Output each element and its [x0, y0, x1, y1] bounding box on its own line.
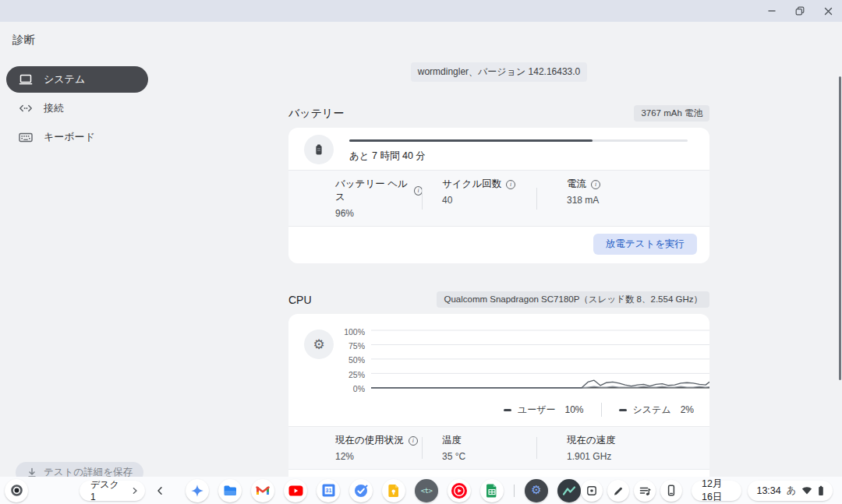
- legend-value: 10%: [565, 404, 584, 415]
- battery-time-remaining: あと 7 時間 40 分: [349, 150, 688, 163]
- tray-phone-hub-button[interactable]: [660, 480, 682, 502]
- sidebar-item-system[interactable]: システム: [6, 66, 148, 93]
- ime-indicator: あ: [787, 484, 796, 497]
- sidebar-item-label: 接続: [44, 101, 64, 115]
- cpu-section-title: CPU: [288, 294, 312, 306]
- sidebar-item-label: システム: [44, 72, 85, 86]
- stat-label: 現在の使用状況: [335, 434, 404, 447]
- cpu-stats-row: 現在の使用状況i 12% 温度 35 °C 現在の速度: [288, 426, 709, 470]
- restore-button[interactable]: [794, 5, 806, 17]
- date-pill[interactable]: 12月16日: [692, 481, 741, 501]
- board-version-chip: wormdingler、バージョン 142.16433.0: [411, 62, 588, 82]
- stat-value: 12%: [335, 451, 423, 462]
- wifi-icon: [801, 486, 812, 495]
- clock-label: 13:34: [756, 485, 780, 496]
- app-diagnostics[interactable]: [557, 479, 581, 502]
- stylus-icon: [613, 485, 624, 496]
- shortcuts-icon: [586, 485, 597, 496]
- title-bar: [0, 0, 842, 22]
- launcher-icon: [10, 484, 23, 497]
- desk-label: デスク 1: [90, 478, 125, 502]
- tray-media-controls-button[interactable]: [634, 480, 656, 502]
- app-gmail[interactable]: [251, 479, 274, 502]
- battery-progress-fill: [349, 139, 593, 142]
- app-calendar[interactable]: 31: [317, 479, 340, 502]
- battery-progress-bar: [349, 139, 688, 142]
- info-icon[interactable]: i: [409, 436, 418, 446]
- legend-swatch-user: [504, 409, 511, 411]
- stat-label: サイクル回数: [442, 178, 501, 191]
- app-keep-note[interactable]: [382, 479, 405, 502]
- ethernet-icon: [19, 102, 33, 115]
- cpu-model-chip: Qualcomm Snapdragon SC7180P（スレッド数 8、2.55…: [437, 291, 709, 308]
- app-youtube-music[interactable]: [448, 479, 471, 502]
- gemini-star-icon: [190, 484, 204, 498]
- cpu-section: CPU Qualcomm Snapdragon SC7180P（スレッド数 8、…: [288, 291, 709, 504]
- minimize-icon: [767, 6, 777, 16]
- app-settings[interactable]: ⚙: [525, 479, 548, 502]
- settings-gear-icon: ⚙: [531, 485, 541, 496]
- stat-label: バッテリー ヘルス: [335, 178, 409, 204]
- text-editor-icon: <t>: [421, 487, 433, 495]
- tray-shortcuts-button[interactable]: [581, 480, 603, 502]
- stat-value: 318 mA: [567, 195, 709, 206]
- stat-value: 35 °C: [442, 451, 537, 462]
- scrollbar[interactable]: [839, 76, 841, 380]
- app-sheets[interactable]: [480, 479, 504, 502]
- y-tick: 0%: [353, 384, 365, 393]
- shelf: デスク 1 31: [0, 477, 842, 504]
- status-tray: 12月16日 13:34 あ: [581, 480, 833, 502]
- chart-y-axis: 100% 75% 50% 25% 0%: [337, 330, 365, 389]
- app-files[interactable]: [218, 479, 242, 502]
- stat-label: 電流: [567, 178, 586, 191]
- phone-icon: [666, 485, 677, 496]
- run-discharge-test-button[interactable]: 放電テストを実行: [593, 234, 697, 255]
- app-gemini[interactable]: [186, 479, 209, 502]
- minimize-button[interactable]: [766, 5, 778, 17]
- chevron-right-icon: [131, 487, 139, 495]
- check-circle-icon: [354, 484, 368, 498]
- system-tray-pill[interactable]: 13:34 あ: [748, 481, 833, 501]
- desk-switcher[interactable]: デスク 1: [80, 481, 145, 501]
- app-tasks-check[interactable]: [349, 479, 373, 502]
- battery-stats-row: バッテリー ヘルスi 96% サイクル回数i 40 電流i: [288, 170, 709, 227]
- app-text-editor[interactable]: <t>: [415, 479, 438, 502]
- launcher-button[interactable]: [5, 479, 28, 502]
- stat-value: 1.901 GHz: [567, 451, 709, 462]
- stat-value: 96%: [335, 208, 423, 219]
- shelf-apps: 31 <t> ⚙: [186, 479, 581, 502]
- battery-icon: [304, 135, 334, 164]
- cpu-usage-chart: 100% 75% 50% 25% 0%: [337, 330, 709, 389]
- sidebar-item-connectivity[interactable]: 接続: [6, 95, 148, 122]
- youtube-icon: [288, 485, 303, 496]
- y-tick: 50%: [348, 355, 365, 365]
- chart-plot: [371, 330, 709, 389]
- info-icon[interactable]: i: [506, 180, 515, 189]
- chart-legend: ユーザー 10% システム 2%: [288, 395, 709, 426]
- stat-label: 温度: [442, 434, 462, 447]
- cpu-icon: ⚙: [304, 330, 334, 359]
- calendar-icon: 31: [322, 484, 335, 497]
- tray-stylus-button[interactable]: [607, 480, 629, 502]
- battery-capacity-chip: 3767 mAh 電池: [634, 105, 709, 122]
- sidebar-item-keyboard[interactable]: キーボード: [6, 124, 148, 150]
- youtube-music-icon: [451, 482, 468, 499]
- battery-status-icon: [818, 485, 824, 496]
- diagnostics-window: 診断 システム 接続 キーボード: [0, 0, 842, 504]
- main-content: wormdingler、バージョン 142.16433.0 バッテリー 3767…: [156, 22, 842, 477]
- legend-label: システム: [633, 404, 671, 417]
- legend-swatch-system: [619, 409, 627, 411]
- battery-section-title: バッテリー: [288, 107, 344, 121]
- info-icon[interactable]: i: [591, 180, 600, 189]
- keyboard-icon: [19, 131, 33, 143]
- svg-text:31: 31: [325, 488, 331, 493]
- diagnostics-chart-icon: [562, 485, 576, 496]
- date-label: 12月16日: [702, 478, 731, 504]
- legend-value: 2%: [681, 404, 694, 415]
- app-youtube[interactable]: [284, 479, 307, 502]
- note-icon: [388, 484, 399, 498]
- shelf-back-button[interactable]: [156, 486, 164, 495]
- gmail-icon: [256, 485, 270, 496]
- legend-label: ユーザー: [518, 404, 556, 417]
- close-button[interactable]: [822, 5, 834, 17]
